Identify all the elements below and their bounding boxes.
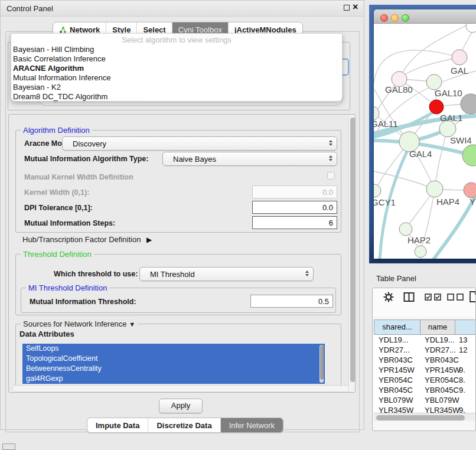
float-panel-icon[interactable] (344, 5, 350, 11)
bottom-tabbar: Impute Data Discretize Data Infer Networ… (87, 418, 283, 433)
node-label: GCY1 (374, 197, 396, 207)
node[interactable] (462, 145, 476, 166)
close-panel-icon[interactable]: × (353, 2, 358, 12)
node[interactable] (415, 246, 426, 257)
node[interactable] (374, 184, 381, 197)
network-graph: GAL GAL80 GAL10 GAL1 GAL11 SWI4 GAL4 GCY… (374, 24, 476, 259)
mi-type-label: Mutual Information Algorithm Type: (24, 155, 148, 163)
node-label: GAL1 (440, 113, 462, 123)
algorithm-dropdown: Select algorithm to view settings Bayesi… (11, 33, 343, 102)
tab-discretize-data[interactable]: Discretize Data (148, 418, 220, 432)
minimized-panel-icon[interactable] (2, 444, 15, 450)
node-label: HAP4 (436, 197, 459, 207)
data-attributes-list: SelfLoops TopologicalCoefficient Between… (22, 344, 325, 384)
cell-shared-name: YBL079W (379, 396, 413, 405)
tab-infer-label: Infer Network (229, 421, 275, 430)
cell-shared-name: YLR345W (379, 406, 413, 413)
tab-infer-network[interactable]: Infer Network (221, 418, 283, 432)
cell-name: YBR045C (425, 386, 459, 394)
dpi-tolerance-label: DPI Tolerance [0,1]: (24, 204, 93, 212)
document-icon[interactable] (470, 291, 476, 302)
node[interactable] (452, 50, 467, 65)
table-row[interactable]: YER054C YER054C 8. (374, 375, 475, 385)
threshold-definition-title: Threshold Definition (21, 250, 94, 259)
gear-icon[interactable] (383, 292, 394, 302)
desktop-background: GAL GAL80 GAL10 GAL1 GAL11 SWI4 GAL4 GCY… (369, 5, 476, 263)
table-row[interactable]: YDR27... YDR27... 12 (374, 345, 475, 355)
mi-type-combo[interactable]: Naive Bayes (162, 152, 337, 166)
split-columns-icon[interactable] (403, 292, 415, 302)
dropdown-item[interactable]: Bayesian - Hill Climbing (13, 45, 338, 54)
dropdown-item[interactable]: Mutual Information Inference (13, 73, 338, 83)
tab-impute-data[interactable]: Impute Data (87, 418, 148, 432)
column-header-partial[interactable] (455, 319, 476, 335)
node[interactable] (399, 223, 412, 236)
screen: Control Panel × Network Style Select Cyn… (0, 0, 476, 450)
which-threshold-combo[interactable]: MI Threshold (139, 267, 314, 281)
mi-threshold-input[interactable]: 0.5 (250, 295, 333, 308)
attribute-item-selected[interactable]: TopologicalCoefficient (22, 354, 325, 364)
cell-shared-name: YBR045C (379, 386, 413, 394)
dropdown-item-selected[interactable]: ARACNE Algorithm (13, 64, 338, 73)
hub-tf-definition-label: Hub/Transcription Factor Definition (22, 235, 141, 244)
cell-name: YDL19... (425, 335, 455, 344)
table-row[interactable]: YBR045C YBR045C 9. (374, 385, 475, 395)
algorithm-definition-group: Algorithm Definition Aracne Mode: Discov… (15, 130, 341, 233)
cell-value: 9. (459, 366, 465, 374)
expand-arrow-icon: ▶ (146, 236, 152, 244)
network-view-window: GAL GAL80 GAL10 GAL1 GAL11 SWI4 GAL4 GCY… (374, 9, 476, 259)
dropdown-item[interactable]: Dream8 DC_TDC Algorithm (13, 92, 338, 102)
sources-title[interactable]: Sources for Network Inference ▼ (21, 319, 138, 328)
node-selected[interactable] (429, 100, 444, 114)
column-header-name[interactable]: name (420, 319, 455, 335)
column-header-shared-name[interactable]: shared... (374, 319, 420, 335)
table-row[interactable]: YLR345W YLR345W 9. (374, 405, 475, 413)
select-all-checkboxes-icon[interactable] (425, 294, 442, 301)
node-label: Y (470, 197, 475, 207)
table-row[interactable]: YBL079W YBL079W (374, 395, 475, 405)
settings-vertical-scrollbar[interactable] (348, 115, 356, 392)
attribute-item-selected[interactable]: SelfLoops (22, 344, 325, 354)
mi-threshold-label: Mutual Information Threshold: (30, 298, 136, 306)
list-vertical-scrollbar[interactable] (319, 345, 324, 383)
table-row[interactable]: YDL19... YDL19... 13 (374, 335, 475, 345)
collapse-arrow-icon: ▼ (129, 321, 135, 328)
table-horizontal-scrollbar[interactable] (374, 413, 475, 421)
attribute-item-selected[interactable]: gal4RGexp (22, 374, 325, 384)
apply-button[interactable]: Apply (159, 399, 203, 413)
aracne-mode-combo[interactable]: Discovery (62, 136, 337, 151)
attribute-item-selected[interactable]: BetweennessCentrality (22, 364, 325, 374)
control-panel-window: Control Panel × Network Style Select Cyn… (0, 0, 364, 430)
node-label: SWI4 (450, 135, 472, 145)
node[interactable] (461, 94, 476, 114)
network-canvas[interactable]: GAL GAL80 GAL10 GAL1 GAL11 SWI4 GAL4 GCY… (374, 24, 476, 259)
node[interactable] (464, 182, 476, 198)
dropdown-prompt: Select algorithm to view settings (11, 35, 342, 44)
node[interactable] (426, 181, 443, 197)
zoom-window-icon[interactable] (402, 14, 409, 22)
settings-horizontal-scrollbar[interactable] (12, 385, 352, 392)
dropdown-item[interactable]: Basic Correlation Inference (13, 54, 338, 64)
which-threshold-label: Which threshold to use: (54, 270, 138, 278)
cell-value: 8. (459, 376, 465, 384)
close-window-icon[interactable] (380, 14, 388, 22)
kernel-width-input[interactable]: 0.0 (252, 185, 337, 198)
mi-steps-input[interactable]: 6 (252, 216, 337, 229)
cell-value: 13 (459, 335, 467, 344)
node-label: GAL4 (409, 149, 432, 159)
node-label: GAL (451, 66, 468, 76)
hub-tf-definition-toggle[interactable]: Hub/Transcription Factor Definition ▶ (22, 235, 152, 244)
dropdown-item[interactable]: Bayesian - K2 (13, 83, 338, 92)
control-panel-title: Control Panel (6, 4, 53, 13)
node[interactable] (439, 120, 456, 137)
manual-kernel-checkbox[interactable] (327, 172, 335, 180)
table-row[interactable]: YBR043C YBR043C (374, 355, 475, 365)
minimize-window-icon[interactable] (391, 14, 399, 22)
table-row[interactable]: YPR145W YPR145W 9. (374, 365, 475, 375)
mi-threshold-group: MI Threshold Definition Mutual Informati… (21, 288, 336, 313)
cell-name: YLR345W (425, 406, 459, 413)
deselect-checkboxes-icon[interactable] (447, 294, 465, 301)
control-panel-titlebar (1, 1, 364, 17)
node[interactable] (466, 24, 476, 32)
dpi-tolerance-input[interactable]: 0.0 (252, 201, 337, 214)
